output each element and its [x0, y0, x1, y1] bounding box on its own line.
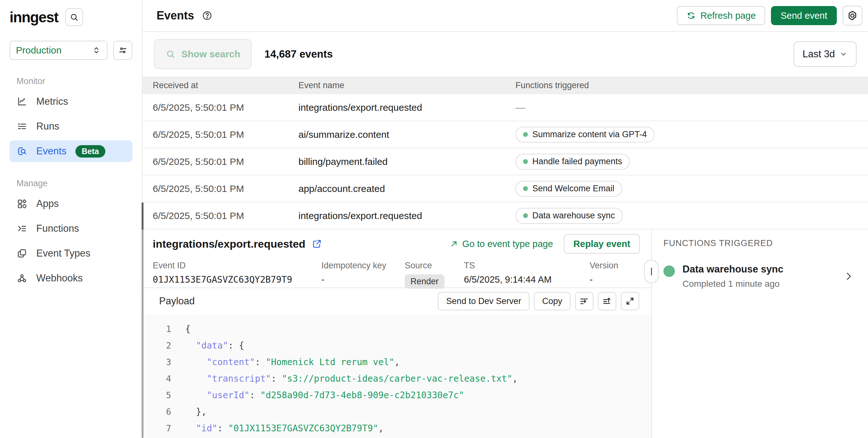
sidebar-item-label: Event Types	[36, 247, 90, 259]
sidebar-top: inngest	[0, 0, 142, 26]
sidebar-item-runs[interactable]: Runs	[9, 116, 132, 137]
events-table-body: 6/5/2025, 5:50:01 PMintegrations/export.…	[143, 94, 868, 230]
sidebar-item-label: Webhooks	[36, 272, 83, 284]
sidebar-item-event-types[interactable]: Event Types	[9, 242, 132, 264]
refresh-page-label: Refresh page	[700, 10, 756, 21]
events-toolbar: Show search 14,687 events Last 3d	[143, 32, 868, 77]
table-row[interactable]: 6/5/2025, 5:50:01 PMbilling/payment.fail…	[143, 148, 868, 175]
meta-ts: TS6/5/2025, 9:14:44 AM	[464, 261, 590, 287]
time-range-dropdown[interactable]: Last 3d	[794, 41, 857, 67]
row-functions-triggered: Send Welcome Email	[505, 181, 868, 197]
environment-selector[interactable]: Production	[9, 41, 107, 60]
environment-settings-button[interactable]	[113, 41, 132, 60]
row-received-at: 6/5/2025, 5:50:01 PM	[143, 210, 288, 221]
table-row[interactable]: 6/5/2025, 5:50:01 PMintegrations/export.…	[143, 202, 868, 230]
event-meta-row: Event ID01JX1153E7GASVZC63QY2B79T9Idempo…	[143, 256, 651, 288]
send-to-dev-server-button[interactable]: Send to Dev Server	[438, 292, 529, 310]
sidebar-item-metrics[interactable]: Metrics	[9, 91, 132, 112]
row-functions-triggered: —	[505, 102, 868, 113]
page-title: Events	[157, 9, 194, 22]
row-functions-triggered: Handle failed payments	[505, 154, 868, 170]
go-to-event-type-link[interactable]: Go to event type page	[450, 239, 553, 249]
functions-icon	[17, 223, 27, 234]
code-content: "id": "01JX1153E7GASVZC63QY2B79T9",	[171, 423, 384, 434]
table-row[interactable]: 6/5/2025, 5:50:01 PMapp/account.createdS…	[143, 175, 868, 202]
sidebar-item-webhooks[interactable]: Webhooks	[9, 267, 132, 289]
line-number: 6	[143, 407, 171, 417]
code-content: {	[171, 324, 191, 334]
status-dot	[523, 159, 528, 164]
event-detail-panel: integrations/export.requested Go to even…	[143, 230, 651, 438]
help-icon[interactable]	[202, 10, 213, 21]
status-dot	[523, 186, 528, 191]
panel-resize-divider	[651, 230, 652, 438]
scrollbar-thumb[interactable]	[142, 202, 144, 438]
sidebar-item-apps[interactable]: Apps	[9, 193, 132, 214]
scroll-to-top-button[interactable]	[598, 292, 616, 310]
row-event-name: integrations/export.requested	[288, 102, 505, 113]
empty-dash: —	[516, 102, 525, 113]
refresh-page-button[interactable]: Refresh page	[677, 6, 765, 25]
row-received-at: 6/5/2025, 5:50:01 PM	[143, 183, 288, 194]
function-badge[interactable]: Handle failed payments	[516, 154, 630, 170]
line-number: 1	[143, 324, 171, 334]
row-event-name: app/account.created	[288, 183, 505, 194]
function-badge[interactable]: Data warehouse sync	[516, 208, 623, 224]
selected-row-indicator	[142, 202, 144, 230]
main-content: Events Refresh page Send event Show sear…	[143, 0, 868, 438]
meta-version: Version-	[590, 261, 618, 287]
meta-value: 6/5/2025, 9:14:44 AM	[464, 274, 590, 285]
environment-row: Production	[0, 26, 142, 60]
meta-value: -	[590, 274, 618, 285]
global-search-button[interactable]	[65, 8, 83, 26]
payload-code-block: 1{2 "data": {3 "content": "Homenick Ltd …	[143, 314, 651, 438]
settings-button[interactable]	[842, 6, 862, 26]
panel-resize-handle[interactable]	[644, 260, 659, 283]
chevron-down-icon	[839, 50, 848, 58]
send-event-button[interactable]: Send event	[771, 6, 837, 25]
expand-button[interactable]	[621, 292, 639, 310]
go-to-event-type-label: Go to event type page	[462, 239, 553, 249]
copy-button[interactable]: Copy	[534, 292, 570, 310]
payload-title: Payload	[159, 295, 195, 307]
word-wrap-button[interactable]	[575, 292, 593, 310]
chevron-right-icon	[843, 271, 854, 282]
row-received-at: 6/5/2025, 5:50:01 PM	[143, 102, 288, 113]
meta-value: Render	[405, 274, 464, 289]
sidebar-nav: MonitorMetricsRunsEventsBetaManageAppsFu…	[0, 77, 142, 289]
sidebar-item-label: Runs	[36, 121, 59, 132]
functions-triggered-panel: FUNCTIONS TRIGGERED Data warehouse syncC…	[652, 230, 868, 438]
app-root: inngest Production MonitorMetricsRunsEve…	[0, 0, 868, 438]
external-link-icon[interactable]	[312, 239, 322, 249]
code-line: 2 "data": {	[143, 337, 651, 354]
code-content: },	[171, 407, 207, 417]
code-line: 7 "id": "01JX1153E7GASVZC63QY2B79T9",	[143, 420, 651, 436]
function-item[interactable]: Data warehouse syncCompleted 1 minute ag…	[663, 264, 868, 289]
table-row[interactable]: 6/5/2025, 5:50:01 PMai/summarize.content…	[143, 121, 868, 148]
meta-idempotency-key: Idempotency key-	[321, 261, 405, 287]
beta-badge: Beta	[75, 145, 105, 157]
environment-label: Production	[16, 45, 61, 56]
function-badge[interactable]: Summarize content via GPT-4	[516, 127, 654, 143]
code-line: 4 "transcript": "s3://product-ideas/carb…	[143, 370, 651, 387]
status-dot	[523, 213, 528, 218]
nav-section-label: Monitor	[17, 77, 132, 86]
function-badge[interactable]: Send Welcome Email	[516, 181, 622, 197]
sidebar: inngest Production MonitorMetricsRunsEve…	[0, 0, 143, 438]
header-actions: Refresh page Send event	[677, 6, 862, 26]
code-line: 6 },	[143, 403, 651, 420]
nav-section-label: Manage	[17, 179, 132, 188]
chevrons-updown-icon	[92, 46, 101, 55]
sidebar-item-events[interactable]: EventsBeta	[9, 140, 132, 162]
replay-event-button[interactable]: Replay event	[564, 234, 640, 254]
code-content: "content": "Homenick Ltd rerum vel",	[171, 357, 400, 367]
functions-triggered-title: FUNCTIONS TRIGGERED	[663, 238, 868, 248]
arrow-up-right-icon	[450, 239, 459, 248]
source-pill: Render	[405, 274, 444, 289]
sidebar-item-functions[interactable]: Functions	[9, 218, 132, 239]
show-search-button[interactable]: Show search	[154, 39, 252, 69]
column-received-at: Received at	[143, 81, 288, 90]
table-row[interactable]: 6/5/2025, 5:50:01 PMintegrations/export.…	[143, 94, 868, 121]
status-dot	[523, 132, 528, 137]
line-number: 5	[143, 390, 171, 400]
